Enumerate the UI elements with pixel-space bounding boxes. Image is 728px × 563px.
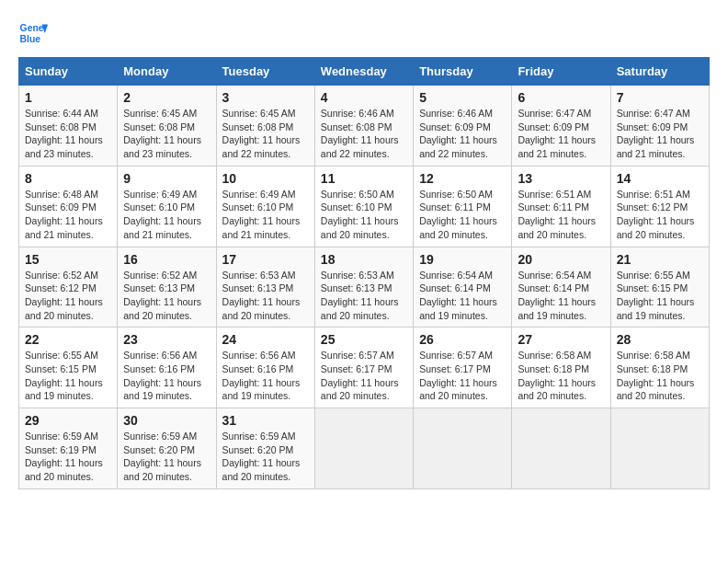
- day-info: Sunrise: 6:58 AM Sunset: 6:18 PM Dayligh…: [518, 349, 604, 403]
- calendar-day-cell: 5Sunrise: 6:46 AM Sunset: 6:09 PM Daylig…: [414, 86, 512, 167]
- day-number: 24: [222, 332, 309, 347]
- calendar-day-cell: 14Sunrise: 6:51 AM Sunset: 6:12 PM Dayli…: [610, 166, 709, 247]
- logo: General Blue: [18, 18, 48, 48]
- calendar-day-cell: 4Sunrise: 6:46 AM Sunset: 6:08 PM Daylig…: [314, 86, 413, 167]
- day-info: Sunrise: 6:44 AM Sunset: 6:08 PM Dayligh…: [25, 107, 111, 161]
- calendar-day-cell: 27Sunrise: 6:58 AM Sunset: 6:18 PM Dayli…: [512, 327, 610, 408]
- empty-cell: [314, 408, 413, 489]
- calendar-day-cell: 8Sunrise: 6:48 AM Sunset: 6:09 PM Daylig…: [19, 166, 118, 247]
- calendar-body: 1Sunrise: 6:44 AM Sunset: 6:08 PM Daylig…: [19, 86, 710, 489]
- calendar-day-cell: 24Sunrise: 6:56 AM Sunset: 6:16 PM Dayli…: [216, 327, 314, 408]
- day-number: 6: [518, 90, 604, 105]
- column-header-friday: Friday: [512, 58, 610, 86]
- day-info: Sunrise: 6:50 AM Sunset: 6:10 PM Dayligh…: [321, 188, 407, 242]
- calendar-week-row: 22Sunrise: 6:55 AM Sunset: 6:15 PM Dayli…: [19, 327, 710, 408]
- day-info: Sunrise: 6:53 AM Sunset: 6:13 PM Dayligh…: [321, 269, 407, 323]
- logo-icon: General Blue: [18, 18, 48, 48]
- day-info: Sunrise: 6:47 AM Sunset: 6:09 PM Dayligh…: [617, 107, 703, 161]
- calendar-week-row: 15Sunrise: 6:52 AM Sunset: 6:12 PM Dayli…: [19, 247, 710, 327]
- day-number: 27: [518, 332, 604, 347]
- day-info: Sunrise: 6:58 AM Sunset: 6:18 PM Dayligh…: [617, 349, 703, 403]
- day-number: 18: [321, 252, 407, 267]
- day-number: 30: [123, 413, 210, 428]
- calendar-day-cell: 23Sunrise: 6:56 AM Sunset: 6:16 PM Dayli…: [118, 327, 216, 408]
- calendar-table: SundayMondayTuesdayWednesdayThursdayFrid…: [18, 57, 710, 489]
- day-info: Sunrise: 6:50 AM Sunset: 6:11 PM Dayligh…: [419, 188, 506, 242]
- day-number: 28: [617, 332, 703, 347]
- day-info: Sunrise: 6:57 AM Sunset: 6:17 PM Dayligh…: [321, 349, 407, 403]
- calendar-day-cell: 22Sunrise: 6:55 AM Sunset: 6:15 PM Dayli…: [19, 327, 118, 408]
- calendar-day-cell: 26Sunrise: 6:57 AM Sunset: 6:17 PM Dayli…: [414, 327, 512, 408]
- day-info: Sunrise: 6:46 AM Sunset: 6:08 PM Dayligh…: [321, 107, 407, 161]
- day-number: 21: [617, 252, 703, 267]
- day-info: Sunrise: 6:55 AM Sunset: 6:15 PM Dayligh…: [25, 349, 111, 403]
- day-info: Sunrise: 6:47 AM Sunset: 6:09 PM Dayligh…: [518, 107, 604, 161]
- calendar-day-cell: 19Sunrise: 6:54 AM Sunset: 6:14 PM Dayli…: [414, 247, 512, 327]
- calendar-day-cell: 1Sunrise: 6:44 AM Sunset: 6:08 PM Daylig…: [19, 86, 118, 167]
- day-info: Sunrise: 6:55 AM Sunset: 6:15 PM Dayligh…: [617, 269, 703, 323]
- day-info: Sunrise: 6:53 AM Sunset: 6:13 PM Dayligh…: [222, 269, 309, 323]
- day-info: Sunrise: 6:45 AM Sunset: 6:08 PM Dayligh…: [123, 107, 210, 161]
- calendar-day-cell: 15Sunrise: 6:52 AM Sunset: 6:12 PM Dayli…: [19, 247, 118, 327]
- day-info: Sunrise: 6:51 AM Sunset: 6:12 PM Dayligh…: [617, 188, 703, 242]
- day-number: 8: [25, 171, 111, 186]
- day-info: Sunrise: 6:57 AM Sunset: 6:17 PM Dayligh…: [419, 349, 506, 403]
- day-number: 13: [518, 171, 604, 186]
- day-number: 7: [617, 90, 703, 105]
- calendar-day-cell: 9Sunrise: 6:49 AM Sunset: 6:10 PM Daylig…: [118, 166, 216, 247]
- day-number: 2: [123, 90, 210, 105]
- day-number: 12: [419, 171, 506, 186]
- calendar-day-cell: 18Sunrise: 6:53 AM Sunset: 6:13 PM Dayli…: [314, 247, 413, 327]
- day-info: Sunrise: 6:48 AM Sunset: 6:09 PM Dayligh…: [25, 188, 111, 242]
- day-number: 9: [123, 171, 210, 186]
- day-number: 23: [123, 332, 210, 347]
- calendar-header-row: SundayMondayTuesdayWednesdayThursdayFrid…: [19, 58, 710, 86]
- calendar-week-row: 1Sunrise: 6:44 AM Sunset: 6:08 PM Daylig…: [19, 86, 710, 167]
- calendar-header: SundayMondayTuesdayWednesdayThursdayFrid…: [19, 58, 710, 86]
- calendar-day-cell: 28Sunrise: 6:58 AM Sunset: 6:18 PM Dayli…: [610, 327, 709, 408]
- column-header-wednesday: Wednesday: [314, 58, 413, 86]
- page-header: General Blue: [18, 18, 710, 48]
- empty-cell: [414, 408, 512, 489]
- day-number: 25: [321, 332, 407, 347]
- calendar-day-cell: 20Sunrise: 6:54 AM Sunset: 6:14 PM Dayli…: [512, 247, 610, 327]
- day-number: 3: [222, 90, 309, 105]
- day-number: 19: [419, 252, 506, 267]
- day-number: 20: [518, 252, 604, 267]
- calendar-day-cell: 21Sunrise: 6:55 AM Sunset: 6:15 PM Dayli…: [610, 247, 709, 327]
- column-header-tuesday: Tuesday: [216, 58, 314, 86]
- day-info: Sunrise: 6:49 AM Sunset: 6:10 PM Dayligh…: [123, 188, 210, 242]
- day-info: Sunrise: 6:59 AM Sunset: 6:19 PM Dayligh…: [25, 430, 111, 484]
- column-header-sunday: Sunday: [19, 58, 118, 86]
- calendar-day-cell: 25Sunrise: 6:57 AM Sunset: 6:17 PM Dayli…: [314, 327, 413, 408]
- calendar-day-cell: 12Sunrise: 6:50 AM Sunset: 6:11 PM Dayli…: [414, 166, 512, 247]
- calendar-day-cell: 30Sunrise: 6:59 AM Sunset: 6:20 PM Dayli…: [118, 408, 216, 489]
- day-number: 17: [222, 252, 309, 267]
- calendar-day-cell: 10Sunrise: 6:49 AM Sunset: 6:10 PM Dayli…: [216, 166, 314, 247]
- calendar-day-cell: 17Sunrise: 6:53 AM Sunset: 6:13 PM Dayli…: [216, 247, 314, 327]
- day-info: Sunrise: 6:59 AM Sunset: 6:20 PM Dayligh…: [222, 430, 309, 484]
- svg-text:Blue: Blue: [20, 34, 41, 44]
- calendar-day-cell: 3Sunrise: 6:45 AM Sunset: 6:08 PM Daylig…: [216, 86, 314, 167]
- day-number: 16: [123, 252, 210, 267]
- day-info: Sunrise: 6:54 AM Sunset: 6:14 PM Dayligh…: [419, 269, 506, 323]
- day-info: Sunrise: 6:52 AM Sunset: 6:12 PM Dayligh…: [25, 269, 111, 323]
- day-number: 5: [419, 90, 506, 105]
- day-info: Sunrise: 6:49 AM Sunset: 6:10 PM Dayligh…: [222, 188, 309, 242]
- day-number: 29: [25, 413, 111, 428]
- calendar-day-cell: 2Sunrise: 6:45 AM Sunset: 6:08 PM Daylig…: [118, 86, 216, 167]
- day-info: Sunrise: 6:54 AM Sunset: 6:14 PM Dayligh…: [518, 269, 604, 323]
- empty-cell: [610, 408, 709, 489]
- calendar-day-cell: 6Sunrise: 6:47 AM Sunset: 6:09 PM Daylig…: [512, 86, 610, 167]
- day-number: 26: [419, 332, 506, 347]
- calendar-day-cell: 16Sunrise: 6:52 AM Sunset: 6:13 PM Dayli…: [118, 247, 216, 327]
- day-info: Sunrise: 6:52 AM Sunset: 6:13 PM Dayligh…: [123, 269, 210, 323]
- column-header-thursday: Thursday: [414, 58, 512, 86]
- day-info: Sunrise: 6:59 AM Sunset: 6:20 PM Dayligh…: [123, 430, 210, 484]
- column-header-monday: Monday: [118, 58, 216, 86]
- calendar-day-cell: 7Sunrise: 6:47 AM Sunset: 6:09 PM Daylig…: [610, 86, 709, 167]
- day-info: Sunrise: 6:56 AM Sunset: 6:16 PM Dayligh…: [222, 349, 309, 403]
- calendar-week-row: 8Sunrise: 6:48 AM Sunset: 6:09 PM Daylig…: [19, 166, 710, 247]
- day-info: Sunrise: 6:45 AM Sunset: 6:08 PM Dayligh…: [222, 107, 309, 161]
- day-info: Sunrise: 6:46 AM Sunset: 6:09 PM Dayligh…: [419, 107, 506, 161]
